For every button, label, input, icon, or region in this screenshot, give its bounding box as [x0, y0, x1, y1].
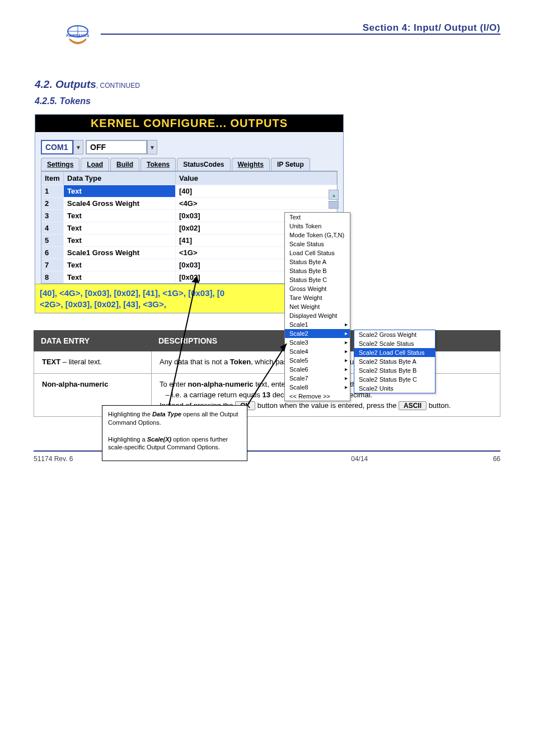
menu-item[interactable]: Scale7: [285, 374, 350, 383]
tab-build[interactable]: Build: [110, 158, 139, 171]
menu-item[interactable]: Scale2 Status Byte C: [354, 375, 435, 384]
chevron-down-icon[interactable]: ▼: [73, 140, 83, 154]
menu-item[interactable]: Scale2 Units: [354, 384, 435, 393]
section-heading: 4.2. Outputs, CONTINUED: [35, 78, 500, 91]
svg-text:FAIRBANKS: FAIRBANKS: [67, 34, 90, 37]
fairbanks-logo: FAIRBANKS: [62, 24, 94, 50]
col-value: Value: [176, 172, 337, 185]
menu-item[interactable]: Scale5: [285, 356, 350, 365]
page-section-title: Section 4: Input/ Output (I/O): [363, 22, 500, 34]
chevron-down-icon[interactable]: ▼: [147, 140, 157, 154]
menu-item[interactable]: Status Byte A: [285, 257, 350, 266]
mode-select[interactable]: OFF ▼: [86, 140, 157, 154]
screenshot-area: KERNEL CONFIGURE... OUTPUTS COM1 ▼ OFF ▼…: [35, 114, 443, 313]
doc-date: 04/14: [351, 455, 368, 463]
tab-ip setup[interactable]: IP Setup: [271, 158, 310, 171]
menu-item[interactable]: Status Byte C: [285, 275, 350, 284]
col-datatype: Data Type: [64, 172, 176, 185]
tab-tokens[interactable]: Tokens: [140, 158, 176, 171]
menu-item[interactable]: Scale8: [285, 383, 350, 392]
menu-item[interactable]: Scale2 Gross Weight: [354, 330, 435, 339]
ascii-button-label: ASCII: [399, 401, 427, 410]
menu-item[interactable]: Text: [285, 213, 350, 222]
menu-item[interactable]: Scale Status: [285, 240, 350, 248]
menu-item[interactable]: Gross Weight: [285, 284, 350, 293]
tab-statuscodes[interactable]: StatusCodes: [177, 158, 230, 171]
menu-item[interactable]: Net Weight: [285, 302, 350, 311]
doc-revision: 51174 Rev. 6: [34, 455, 73, 463]
scale-submenu[interactable]: Scale2 Gross WeightScale2 Scale StatusSc…: [354, 330, 435, 393]
scroll-up-icon[interactable]: ▴: [329, 190, 339, 200]
menu-item[interactable]: Scale2: [285, 329, 350, 338]
window-title: KERNEL CONFIGURE... OUTPUTS: [35, 115, 343, 132]
scroll-thumb[interactable]: [329, 201, 339, 209]
menu-item[interactable]: << Remove >>: [285, 392, 350, 401]
menu-item[interactable]: Scale6: [285, 365, 350, 374]
table-row[interactable]: 1Text[40]: [41, 185, 337, 197]
menu-item[interactable]: Status Byte B: [285, 266, 350, 275]
page-number: 66: [493, 455, 500, 463]
menu-item[interactable]: Load Cell Status: [285, 248, 350, 257]
col-data-entry: DATA ENTRY: [34, 331, 152, 351]
tab-settings[interactable]: Settings: [41, 158, 79, 171]
menu-item[interactable]: Scale2 Load Cell Status: [354, 348, 435, 357]
tabs-row: SettingsLoadBuildTokensStatusCodesWeight…: [41, 158, 338, 171]
callout-box: Highlighting the Data Type opens all the…: [102, 405, 247, 461]
menu-item[interactable]: Mode Token (G,T,N): [285, 231, 350, 240]
datatype-context-menu[interactable]: TextUnits TokenMode Token (G,T,N)Scale S…: [284, 212, 350, 401]
menu-item[interactable]: Scale3: [285, 338, 350, 347]
tab-load[interactable]: Load: [81, 158, 109, 171]
table-row[interactable]: 2Scale4 Gross Weight<4G>: [41, 197, 337, 209]
subsection-heading: 4.2.5. Tokens: [35, 96, 500, 106]
menu-item[interactable]: Scale4: [285, 347, 350, 356]
menu-item[interactable]: Units Token: [285, 222, 350, 231]
tab-weights[interactable]: Weights: [232, 158, 270, 171]
menu-item[interactable]: Tare Weight: [285, 293, 350, 302]
table-row: TEXT – literal text.: [34, 351, 152, 374]
col-item: Item: [41, 172, 64, 185]
menu-item[interactable]: Displayed Weight: [285, 311, 350, 320]
menu-item[interactable]: Scale2 Scale Status: [354, 339, 435, 348]
menu-item[interactable]: Scale2 Status Byte B: [354, 366, 435, 375]
menu-item[interactable]: Scale2 Status Byte A: [354, 357, 435, 366]
com-port-select[interactable]: COM1 ▼: [41, 140, 83, 154]
menu-item[interactable]: Scale1: [285, 320, 350, 329]
